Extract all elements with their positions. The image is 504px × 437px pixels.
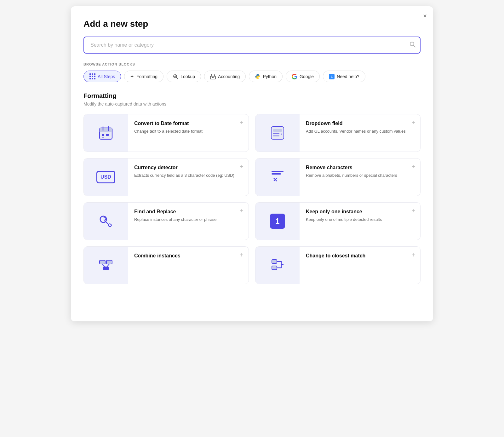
- cards-grid: Convert to Date format Change text to a …: [83, 114, 421, 284]
- card-title-keep-one: Keep only one instance: [306, 209, 408, 215]
- tab-lookup[interactable]: Lookup: [167, 71, 201, 82]
- combine-icon: [98, 258, 113, 273]
- svg-rect-19: [273, 129, 282, 132]
- card-closest-match: Change to closest match +: [255, 246, 421, 284]
- dropdown-icon: [269, 125, 286, 141]
- card-content-dropdown: Dropdown field Add GL accounts, Vendor n…: [300, 114, 420, 141]
- search-wrapper: [83, 37, 421, 54]
- tab-google[interactable]: Google: [286, 71, 320, 82]
- svg-rect-27: [103, 267, 109, 270]
- card-content-find-replace: Find and Replace Replace instances of an…: [128, 203, 249, 229]
- card-title-remove: Remove characters: [306, 165, 408, 170]
- search-icon: [409, 41, 415, 49]
- card-add-dropdown[interactable]: +: [411, 119, 415, 126]
- svg-rect-25: [100, 260, 105, 264]
- remove-icon: ✕: [272, 171, 284, 183]
- svg-point-0: [410, 42, 414, 46]
- tab-lookup-label: Lookup: [180, 74, 195, 79]
- remove-line-2: [272, 173, 281, 175]
- svg-rect-7: [212, 77, 214, 78]
- tab-formatting-label: Formatting: [136, 74, 158, 79]
- section-subtitle: Modify the auto-captured data with actio…: [83, 101, 421, 106]
- card-title-combine: Combine instances: [134, 253, 236, 259]
- svg-rect-21: [273, 135, 279, 136]
- usd-badge: USD: [96, 171, 115, 183]
- card-add-closest[interactable]: +: [411, 252, 415, 258]
- card-add-currency[interactable]: +: [240, 164, 243, 170]
- browse-label: BROWSE ACTION BLOCKS: [83, 62, 421, 66]
- tab-need-help[interactable]: Z Need help?: [323, 71, 365, 82]
- card-desc-currency: Extracts currency field as a 3 character…: [134, 172, 236, 179]
- card-desc-dropdown: Add GL accounts, Vendor names or any cus…: [306, 128, 408, 135]
- remove-line-1: [272, 171, 284, 172]
- tab-all-steps[interactable]: All Steps: [83, 71, 121, 82]
- python-icon: [255, 74, 261, 79]
- card-content-convert-date: Convert to Date format Change text to a …: [128, 114, 249, 141]
- search-input[interactable]: [83, 37, 421, 54]
- svg-rect-31: [272, 266, 277, 270]
- card-desc-convert-date: Change text to a selected date format: [134, 128, 236, 135]
- sparkle-icon: ✦: [130, 74, 134, 79]
- tab-all-steps-label: All Steps: [98, 74, 115, 79]
- card-icon-area-combine: [84, 247, 128, 284]
- card-icon-area-one: 1: [255, 203, 300, 240]
- card-title-find-replace: Find and Replace: [134, 209, 236, 215]
- svg-line-29: [107, 264, 109, 267]
- card-dropdown: Dropdown field Add GL accounts, Vendor n…: [255, 114, 421, 152]
- svg-point-8: [257, 75, 257, 75]
- svg-rect-16: [106, 134, 109, 136]
- card-title-dropdown: Dropdown field: [306, 121, 408, 126]
- accounting-icon: [210, 74, 216, 79]
- card-icon-area-currency: USD: [84, 158, 128, 196]
- card-title-closest: Change to closest match: [306, 253, 408, 259]
- card-content-keep-one: Keep only one instance Keep only one of …: [300, 203, 420, 229]
- tabs-container: All Steps ✦ Formatting Lookup: [83, 71, 421, 82]
- card-content-remove: Remove characters Remove alphabets, numb…: [300, 158, 420, 185]
- tab-accounting-label: Accounting: [218, 74, 240, 79]
- card-icon-area-calendar: [84, 114, 128, 152]
- modal-title: Add a new step: [83, 19, 421, 29]
- card-title-convert-date: Convert to Date format: [134, 121, 236, 126]
- card-currency: USD Currency detector Extracts currency …: [83, 158, 249, 196]
- usd-icon: USD: [96, 171, 115, 183]
- add-step-modal: × Add a new step BROWSE ACTION BLOCKS Al…: [71, 6, 433, 321]
- card-icon-area-closest: [255, 247, 300, 284]
- close-button[interactable]: ×: [423, 13, 427, 19]
- svg-rect-26: [106, 260, 112, 264]
- card-add-remove[interactable]: +: [411, 164, 415, 170]
- card-add-keep-one[interactable]: +: [411, 208, 415, 214]
- card-add-convert-date[interactable]: +: [240, 119, 243, 126]
- svg-rect-30: [272, 260, 277, 263]
- svg-point-9: [258, 78, 259, 78]
- card-combine: Combine instances +: [83, 246, 249, 284]
- tab-accounting[interactable]: Accounting: [204, 71, 246, 82]
- svg-rect-17: [102, 137, 104, 138]
- tab-python[interactable]: Python: [249, 71, 283, 82]
- tab-google-label: Google: [300, 74, 314, 79]
- svg-rect-20: [273, 133, 279, 134]
- remove-lines: ✕: [272, 171, 284, 183]
- card-find-replace: Find and Replace Replace instances of an…: [83, 202, 249, 240]
- tab-formatting[interactable]: ✦ Formatting: [124, 71, 163, 82]
- tab-need-help-label: Need help?: [337, 74, 359, 79]
- card-add-combine[interactable]: +: [240, 252, 243, 258]
- svg-line-24: [106, 221, 108, 224]
- card-keep-one: 1 Keep only one instance Keep only one o…: [255, 202, 421, 240]
- grid-icon: [89, 73, 95, 79]
- svg-rect-12: [100, 131, 112, 132]
- card-desc-remove: Remove alphabets, numbers or special cha…: [306, 172, 408, 179]
- svg-line-3: [176, 78, 178, 79]
- card-add-find-replace[interactable]: +: [240, 208, 243, 214]
- card-title-currency: Currency detector: [134, 165, 236, 170]
- card-content-closest: Change to closest match: [300, 247, 420, 267]
- find-replace-icon: [98, 213, 114, 229]
- card-convert-date: Convert to Date format Change text to a …: [83, 114, 249, 152]
- svg-line-28: [102, 264, 105, 267]
- closest-match-icon: [270, 258, 285, 273]
- tab-python-label: Python: [263, 74, 277, 79]
- google-icon: [292, 74, 297, 79]
- card-remove-chars: ✕ Remove characters Remove alphabets, nu…: [255, 158, 421, 196]
- calendar-icon: [98, 125, 114, 141]
- svg-line-1: [414, 46, 415, 47]
- card-icon-area-remove: ✕: [255, 158, 300, 196]
